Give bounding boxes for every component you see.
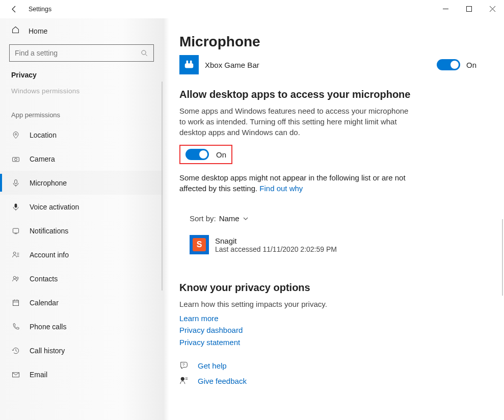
nav-label: Notifications [30, 227, 68, 235]
nav-label: Email [30, 371, 47, 379]
group-header: App permissions [0, 99, 163, 123]
scrollbar[interactable] [502, 219, 503, 296]
svg-rect-1 [466, 6, 471, 11]
nav-label: Call history [30, 347, 65, 355]
sidebar-item-notifications[interactable]: Notifications [0, 219, 163, 243]
close-button[interactable] [481, 0, 504, 17]
desktop-app-name: Snagit [215, 237, 337, 245]
privacy-statement-link[interactable]: Privacy statement [179, 336, 486, 348]
page-title: Microphone [179, 34, 486, 50]
nav-label: Voice activation [30, 203, 79, 211]
notifications-icon [11, 226, 20, 235]
desktop-app-row: S Snagit Last accessed 11/11/2020 2:02:5… [190, 235, 486, 254]
home-link[interactable]: Home [0, 25, 163, 44]
phone-icon [11, 322, 20, 331]
maximize-icon [466, 6, 472, 12]
app-name: Xbox Game Bar [205, 61, 259, 69]
sidebar-item-camera[interactable]: Camera [0, 147, 163, 171]
get-help-row[interactable]: ? Get help [179, 360, 486, 372]
svg-line-5 [145, 54, 147, 56]
sidebar-item-contacts[interactable]: Contacts [0, 267, 163, 291]
svg-text:?: ? [182, 362, 185, 367]
svg-rect-22 [190, 61, 192, 64]
sidebar-item-phone-calls[interactable]: Phone calls [0, 314, 163, 338]
category-title: Privacy [0, 71, 163, 83]
minimize-button[interactable] [434, 0, 457, 17]
svg-rect-20 [185, 63, 194, 68]
contacts-icon [11, 274, 20, 283]
location-icon [11, 130, 20, 140]
voice-icon [11, 202, 20, 212]
get-help-link[interactable]: Get help [198, 361, 227, 370]
email-icon [11, 370, 20, 379]
know-heading: Know your privacy options [179, 282, 486, 294]
sort-control[interactable]: Sort by: Name [190, 214, 486, 223]
minimize-icon [443, 6, 448, 12]
toggle-state: On [216, 150, 226, 159]
svg-point-14 [16, 277, 18, 279]
xbox-game-bar-toggle[interactable] [437, 59, 460, 70]
svg-point-8 [15, 158, 17, 161]
content-pane: Microphone Xbox Game Bar On Allow deskto… [163, 18, 504, 420]
search-box[interactable] [9, 44, 154, 62]
sidebar-item-voice-activation[interactable]: Voice activation [0, 195, 163, 219]
svg-rect-9 [15, 179, 17, 183]
camera-icon [11, 154, 20, 164]
back-button[interactable] [9, 4, 19, 14]
nav-label: Location [30, 131, 57, 139]
nav-label: Phone calls [30, 323, 66, 331]
home-label: Home [29, 27, 47, 35]
feedback-icon [179, 376, 190, 387]
home-icon [11, 25, 20, 36]
search-input[interactable] [15, 49, 141, 57]
account-icon [11, 250, 20, 259]
privacy-dashboard-link[interactable]: Privacy dashboard [179, 324, 486, 336]
toggle-state: On [466, 61, 476, 69]
help-icon: ? [179, 360, 190, 372]
svg-point-13 [13, 276, 16, 279]
svg-point-12 [13, 252, 16, 254]
know-body: Learn how this setting impacts your priv… [179, 299, 414, 309]
subgroup-title: Windows permissions [0, 83, 163, 99]
history-icon [11, 346, 20, 355]
xbox-game-bar-icon [179, 55, 199, 74]
desktop-info: Some desktop apps might not appear in th… [179, 172, 414, 194]
sidebar-item-call-history[interactable]: Call history [0, 338, 163, 362]
sort-prefix: Sort by: [190, 214, 216, 223]
sidebar-item-account-info[interactable]: Account info [0, 243, 163, 267]
svg-point-6 [15, 133, 16, 135]
maximize-button[interactable] [457, 0, 481, 17]
svg-rect-15 [13, 300, 18, 305]
snagit-icon: S [190, 235, 209, 254]
nav-label: Microphone [30, 179, 67, 187]
allow-desktop-toggle[interactable] [185, 149, 209, 160]
find-out-why-link[interactable]: Find out why [259, 184, 303, 193]
nav-label: Calendar [30, 299, 59, 307]
close-icon [490, 6, 495, 12]
svg-rect-21 [187, 61, 189, 64]
window-title: Settings [29, 6, 51, 13]
nav-label: Camera [30, 155, 55, 163]
sidebar-item-email[interactable]: Email [0, 362, 163, 386]
svg-point-4 [142, 50, 146, 54]
sidebar-item-calendar[interactable]: Calendar [0, 291, 163, 314]
feedback-row[interactable]: Give feedback [179, 376, 486, 387]
arrow-left-icon [10, 5, 18, 13]
chevron-down-icon [243, 216, 249, 222]
sidebar-item-location[interactable]: Location [0, 123, 163, 147]
svg-rect-11 [13, 228, 18, 233]
nav-label: Contacts [30, 275, 58, 283]
sidebar: Home Privacy Windows permissions App per… [0, 18, 163, 420]
search-icon [141, 49, 148, 57]
svg-rect-10 [15, 203, 17, 207]
sidebar-scrollbar[interactable] [162, 82, 163, 291]
give-feedback-link[interactable]: Give feedback [198, 377, 247, 385]
learn-more-link[interactable]: Learn more [179, 312, 486, 324]
app-row-xbox-game-bar: Xbox Game Bar On [179, 55, 486, 74]
sidebar-item-microphone[interactable]: Microphone [0, 171, 163, 195]
desktop-app-sub: Last accessed 11/11/2020 2:02:59 PM [215, 245, 337, 253]
highlight-box: On [179, 145, 232, 164]
calendar-icon [11, 298, 20, 307]
allow-desktop-heading: Allow desktop apps to access your microp… [179, 89, 486, 100]
allow-desktop-body: Some apps and Windows features need to a… [179, 106, 414, 138]
